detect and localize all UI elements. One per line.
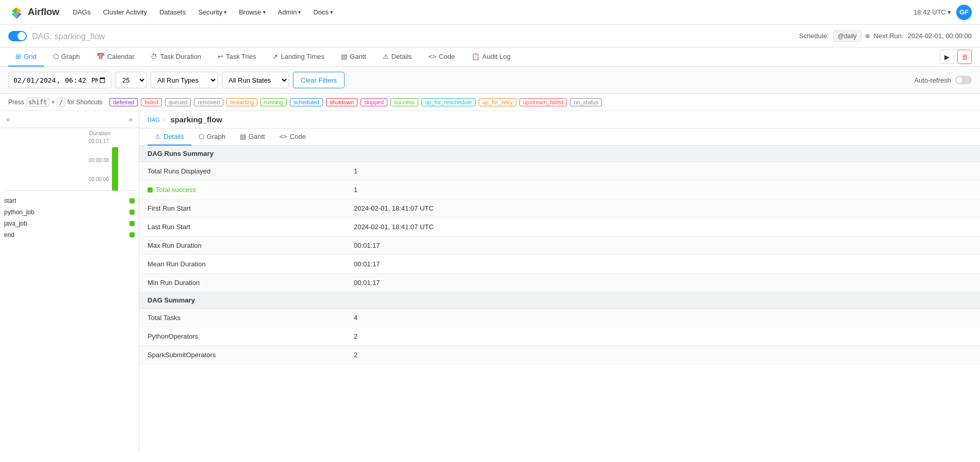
nav-logo[interactable]: Airflow [8, 4, 59, 21]
auto-refresh-switch[interactable] [955, 76, 972, 84]
dag-title-row: DAG: sparking_flow [8, 30, 105, 42]
task-dot-start [129, 198, 135, 203]
date-filter-input[interactable] [8, 72, 111, 88]
graph-icon: ⬡ [53, 53, 59, 60]
tab-landing-times[interactable]: ↗ Landing Times [265, 47, 332, 67]
task-dot-python [129, 210, 135, 215]
collapse-left-button[interactable]: « [4, 114, 12, 124]
sub-code-icon: <> [280, 133, 287, 140]
sub-tab-gantt[interactable]: ▤ Gantt [233, 129, 272, 146]
detail-val-first-run: 2024-02-01, 18:41:07 UTC [354, 204, 434, 212]
dag-title: DAG: sparking_flow [32, 30, 105, 42]
nav-admin[interactable]: Admin ▾ [273, 5, 306, 19]
tab-audit-log[interactable]: 📋 Audit Log [464, 47, 518, 67]
badge-failed[interactable]: failed [141, 98, 161, 106]
detail-row-total-tasks: Total Tasks 4 [139, 309, 980, 327]
dag-toggle[interactable] [8, 31, 27, 41]
nav-security[interactable]: Security ▾ [193, 5, 232, 19]
nav-cluster[interactable]: Cluster Activity [98, 5, 152, 19]
badge-restarting[interactable]: restarting [226, 98, 257, 106]
clear-filters-button[interactable]: Clear Filters [293, 72, 345, 88]
sub-tab-details[interactable]: ⚠ Details [148, 129, 191, 146]
task-list: start python_job java_job end [0, 193, 139, 243]
section-dag-summary: DAG Summary [139, 292, 980, 309]
nav-browse[interactable]: Browse ▾ [234, 5, 270, 19]
detail-val-total-runs: 1 [354, 167, 357, 175]
schedule-label: Schedule: [799, 32, 829, 40]
detail-val-mean-duration: 00:01:17 [354, 260, 380, 268]
badge-scheduled[interactable]: scheduled [290, 98, 323, 106]
count-select[interactable]: 25 50 100 [116, 72, 146, 88]
sub-graph-icon: ⬡ [199, 133, 204, 140]
delete-button[interactable]: 🗑 [957, 50, 972, 64]
badge-up-for-retry[interactable]: up_for_retry [479, 98, 516, 106]
play-button[interactable]: ▶ [940, 50, 954, 64]
expand-left-button[interactable]: » [126, 114, 135, 124]
detail-key-mean-duration: Mean Run Duration [148, 260, 354, 268]
auto-refresh-toggle: Auto-refresh [914, 76, 972, 84]
badge-upstream-failed[interactable]: upstream_failed [519, 98, 567, 106]
tab-grid[interactable]: ⊞ Grid [8, 47, 44, 67]
browse-caret-icon: ▾ [263, 9, 266, 15]
landing-times-icon: ↗ [272, 53, 278, 60]
sub-tab-code[interactable]: <> Code [272, 129, 313, 146]
detail-key-max-duration: Max Run Duration [148, 242, 354, 249]
y-label-bottom: 00:00:00 [89, 177, 109, 182]
task-name-python: python_job [4, 209, 35, 216]
badge-success[interactable]: success [390, 98, 418, 106]
badge-shutdown[interactable]: shutdown [326, 98, 357, 106]
nav-datasets[interactable]: Datasets [154, 5, 191, 19]
nav-time[interactable]: 18:42 UTC ▾ [913, 8, 951, 16]
badge-removed[interactable]: removed [194, 98, 223, 106]
schedule-value: @daily [833, 30, 861, 42]
badge-running[interactable]: running [260, 98, 287, 106]
badge-up-for-reschedule[interactable]: up_for_reschedule [421, 98, 476, 106]
task-row-java: java_job [0, 218, 139, 229]
code-icon: <> [429, 53, 436, 60]
nav-dags[interactable]: DAGs [68, 5, 96, 19]
nav-avatar[interactable]: GF [956, 5, 972, 20]
detail-row-mean-duration: Mean Run Duration 00:01:17 [139, 255, 980, 274]
badge-queued[interactable]: queued [165, 98, 191, 106]
dag-prefix: DAG: [32, 32, 55, 41]
tab-details[interactable]: ⚠ Details [375, 47, 419, 67]
left-panel-header: « » [0, 111, 139, 128]
next-run-value: 2024-02-01, 00:00:00 [908, 32, 972, 40]
detail-val-min-duration: 00:01:17 [354, 279, 380, 286]
gantt-icon: ▤ [341, 53, 347, 60]
run-state-select[interactable]: All Run States [222, 72, 289, 88]
tab-graph[interactable]: ⬡ Graph [46, 47, 87, 67]
detail-val-max-duration: 00:01:17 [354, 242, 380, 249]
tab-calendar[interactable]: 📅 Calendar [89, 47, 142, 67]
task-row-end: end [0, 229, 139, 241]
task-dot-end [129, 232, 135, 237]
chart-bar [112, 147, 118, 191]
chart-baseline [4, 190, 135, 191]
run-type-select[interactable]: All Run Types [151, 72, 218, 88]
detail-key-total-runs: Total Runs Displayed [148, 167, 354, 175]
tab-code[interactable]: <> Code [421, 47, 462, 67]
task-tries-icon: ↩ [218, 53, 223, 60]
sub-gantt-icon: ▤ [240, 133, 246, 140]
detail-row-last-run: Last Run Start 2024-02-01, 18:41:07 UTC [139, 218, 980, 236]
badge-skipped[interactable]: skipped [361, 98, 387, 106]
tab-actions: ▶ 🗑 [940, 50, 972, 64]
brand-label: Airflow [28, 7, 59, 18]
tab-gantt[interactable]: ▤ Gantt [334, 47, 373, 67]
calendar-icon: 📅 [96, 53, 105, 60]
nav-docs[interactable]: Docs ▾ [308, 5, 338, 19]
dag-schedule: Schedule: @daily Next Run: 2024-02-01, 0… [799, 30, 972, 42]
sub-tab-graph[interactable]: ⬡ Graph [191, 129, 233, 146]
badge-deferred[interactable]: deferred [109, 98, 138, 106]
badge-no-status[interactable]: no_status [570, 98, 602, 106]
tab-task-duration[interactable]: ⏱ Task Duration [143, 47, 208, 67]
detail-row-min-duration: Min Run Duration 00:01:17 [139, 274, 980, 292]
detail-row-python-operators: PythonOperators 2 [139, 327, 980, 346]
dag-breadcrumb[interactable]: DAG [148, 117, 160, 123]
shortcut-hint: Press shift + / for Shortcuts [8, 99, 102, 106]
details-icon: ⚠ [383, 53, 389, 60]
time-caret-icon: ▾ [948, 8, 951, 16]
left-panel: « » Duration 00:01:17 00:00:38 00:00:00 … [0, 111, 139, 451]
tab-task-tries[interactable]: ↩ Task Tries [210, 47, 264, 67]
detail-val-last-run: 2024-02-01, 18:41:07 UTC [354, 223, 434, 231]
